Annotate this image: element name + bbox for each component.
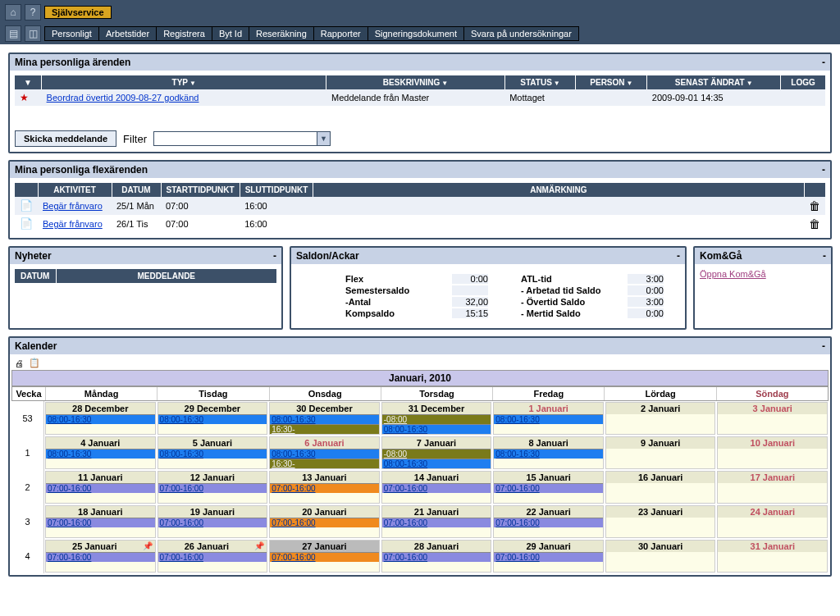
calendar-slot[interactable]: 07:00-16:00 — [270, 518, 379, 527]
calendar-slot[interactable]: 08:00-16:30 — [494, 414, 603, 424]
chart-icon[interactable]: ◫ — [25, 25, 41, 42]
col-status[interactable]: STATUS▼ — [504, 75, 576, 89]
calendar-cell[interactable]: 4 Januari08:00-16:30 — [45, 436, 156, 469]
calendar-slot[interactable]: 08:00-16:30 — [46, 414, 155, 424]
calendar-cell[interactable]: 25 Januari📌07:00-16:00 — [45, 540, 156, 573]
calendar-cell[interactable]: 19 Januari07:00-16:00 — [158, 505, 268, 538]
calendar-slot[interactable]: -08:00 — [382, 449, 491, 459]
col-aktivitet[interactable]: AKTIVITET — [38, 183, 112, 197]
open-komga-link[interactable]: Öppna Kom&Gå — [700, 269, 766, 279]
calendar-cell[interactable]: 11 Januari07:00-16:00 — [45, 471, 156, 504]
flex-activity-link[interactable]: Begär frånvaro — [43, 219, 103, 229]
calendar-slot[interactable]: 07:00-16:00 — [382, 518, 491, 527]
print-icon[interactable]: 🖨 — [15, 358, 24, 368]
calendar-cell[interactable]: 16 Januari — [605, 471, 716, 504]
calendar-cell[interactable]: 30 December08:00-16:3016:30- — [269, 402, 380, 435]
active-tab[interactable]: Självservice — [44, 6, 112, 19]
calendar-cell[interactable]: 13 Januari07:00-16:00 — [269, 471, 380, 504]
calendar-cell[interactable]: 27 Januari07:00-16:00 — [269, 540, 380, 573]
collapse-icon[interactable]: - — [823, 250, 826, 262]
calendar-cell[interactable]: 28 Januari07:00-16:00 — [381, 540, 492, 573]
help-icon[interactable]: ? — [25, 4, 41, 21]
tree-icon[interactable]: ▤ — [5, 25, 21, 42]
calendar-slot[interactable]: 07:00-16:00 — [270, 552, 379, 562]
calendar-cell[interactable]: 22 Januari07:00-16:00 — [493, 505, 604, 538]
calendar-slot[interactable]: 08:00-16:30 — [382, 459, 491, 468]
col-datum[interactable]: DATUM — [15, 269, 56, 283]
calendar-cell[interactable]: 29 December08:00-16:30 — [158, 402, 268, 435]
calendar-cell[interactable]: 9 Januari — [605, 436, 716, 469]
calendar-cell[interactable]: 21 Januari07:00-16:00 — [381, 505, 492, 538]
export-icon[interactable]: 📋 — [29, 358, 40, 368]
calendar-slot[interactable]: 07:00-16:00 — [158, 483, 267, 493]
calendar-cell[interactable]: 26 Januari📌07:00-16:00 — [158, 540, 268, 573]
home-icon[interactable]: ⌂ — [5, 4, 21, 21]
col-dropdown[interactable]: ▼ — [15, 75, 42, 89]
calendar-cell[interactable]: 24 Januari — [717, 505, 828, 538]
calendar-slot[interactable]: 07:00-16:00 — [494, 552, 603, 562]
calendar-slot[interactable]: 08:00-16:30 — [270, 414, 379, 424]
collapse-icon[interactable]: - — [822, 164, 825, 176]
calendar-cell[interactable]: 18 Januari07:00-16:00 — [45, 505, 156, 538]
calendar-cell[interactable]: 6 Januari08:00-16:3016:30- — [269, 436, 380, 469]
menu-svara[interactable]: Svara på undersökningar — [464, 27, 578, 40]
send-message-button[interactable]: Skicka meddelande — [15, 130, 116, 147]
col-senast[interactable]: SENAST ÄNDRAT▼ — [647, 75, 781, 89]
trash-icon[interactable]: 🗑 — [809, 199, 820, 212]
calendar-cell[interactable]: 20 Januari07:00-16:00 — [269, 505, 380, 538]
menu-registrera[interactable]: Registrera — [157, 27, 212, 40]
flex-activity-link[interactable]: Begär frånvaro — [43, 201, 103, 211]
menu-reserakning[interactable]: Reseräkning — [249, 27, 314, 40]
calendar-slot[interactable]: 07:00-16:00 — [46, 483, 155, 493]
calendar-cell[interactable]: 14 Januari07:00-16:00 — [381, 471, 492, 504]
menu-personligt[interactable]: Personligt — [45, 27, 99, 40]
calendar-cell[interactable]: 12 Januari07:00-16:00 — [158, 471, 268, 504]
collapse-icon[interactable]: - — [677, 250, 680, 262]
calendar-slot[interactable]: 07:00-16:00 — [494, 518, 603, 527]
calendar-cell[interactable]: 23 Januari — [605, 505, 716, 538]
menu-signering[interactable]: Signeringsdokument — [368, 27, 464, 40]
calendar-cell[interactable]: 30 Januari — [605, 540, 716, 573]
calendar-slot[interactable]: 16:30- — [270, 424, 379, 434]
col-datum[interactable]: DATUM — [112, 183, 161, 197]
calendar-cell[interactable]: 2 Januari — [605, 402, 716, 435]
calendar-cell[interactable]: 1 Januari08:00-16:30 — [493, 402, 604, 435]
collapse-icon[interactable]: - — [822, 340, 825, 352]
calendar-slot[interactable]: 07:00-16:00 — [494, 483, 603, 493]
trash-icon[interactable]: 🗑 — [809, 217, 820, 230]
calendar-cell[interactable]: 7 Januari-08:0008:00-16:30 — [381, 436, 492, 469]
menu-rapporter[interactable]: Rapporter — [314, 27, 368, 40]
calendar-cell[interactable]: 15 Januari07:00-16:00 — [493, 471, 604, 504]
col-typ[interactable]: TYP▼ — [42, 75, 326, 89]
calendar-slot[interactable]: 08:00-16:30 — [46, 449, 155, 459]
calendar-cell[interactable]: 28 December08:00-16:30 — [45, 402, 156, 435]
calendar-cell[interactable]: 10 Januari — [717, 436, 828, 469]
calendar-slot[interactable]: 08:00-16:30 — [158, 449, 267, 459]
calendar-slot[interactable]: 07:00-16:00 — [270, 483, 379, 493]
calendar-slot[interactable]: 07:00-16:00 — [382, 552, 491, 562]
col-anm[interactable]: ANMÄRKNING — [313, 183, 804, 197]
menu-arbetstider[interactable]: Arbetstider — [99, 27, 157, 40]
collapse-icon[interactable]: - — [273, 250, 276, 262]
menu-bytid[interactable]: Byt Id — [212, 27, 249, 40]
calendar-slot[interactable]: 16:30- — [270, 459, 379, 468]
calendar-cell[interactable]: 8 Januari08:00-16:30 — [493, 436, 604, 469]
calendar-cell[interactable]: 31 Januari — [717, 540, 828, 573]
col-beskr[interactable]: BESKRIVNING▼ — [326, 75, 504, 89]
calendar-slot[interactable]: 07:00-16:00 — [158, 518, 267, 527]
col-slut[interactable]: SLUTTIDPUNKT — [240, 183, 313, 197]
calendar-cell[interactable]: 5 Januari08:00-16:30 — [158, 436, 268, 469]
calendar-slot[interactable]: 08:00-16:30 — [270, 449, 379, 459]
calendar-slot[interactable]: 07:00-16:00 — [46, 518, 155, 527]
calendar-slot[interactable]: -08:00 — [382, 414, 491, 424]
col-logg[interactable]: LOGG — [781, 75, 825, 89]
calendar-cell[interactable]: 17 Januari — [717, 471, 828, 504]
arende-link[interactable]: Beordrad övertid 2009-08-27 godkänd — [47, 93, 199, 103]
calendar-cell[interactable]: 29 Januari07:00-16:00 — [493, 540, 604, 573]
calendar-slot[interactable]: 08:00-16:30 — [382, 424, 491, 434]
col-start[interactable]: STARTTIDPUNKT — [161, 183, 240, 197]
calendar-slot[interactable]: 07:00-16:00 — [158, 552, 267, 562]
filter-input[interactable] — [153, 131, 317, 146]
calendar-slot[interactable]: 07:00-16:00 — [382, 483, 491, 493]
calendar-slot[interactable]: 08:00-16:30 — [494, 449, 603, 459]
